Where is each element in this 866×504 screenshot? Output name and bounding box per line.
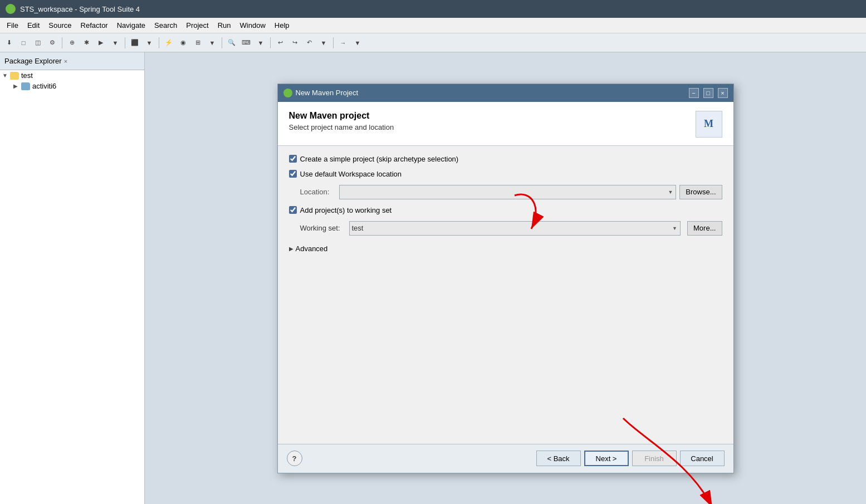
toolbar-btn-4[interactable]: ⚙ bbox=[46, 36, 59, 50]
advanced-row[interactable]: ▶ Advanced bbox=[289, 242, 722, 255]
sidebar: Package Explorer × ▼ test ▶ activiti6 bbox=[0, 52, 145, 504]
next-button[interactable]: Next > bbox=[584, 451, 629, 466]
toolbar-btn-21[interactable]: ▼ bbox=[317, 36, 330, 50]
dialog-header: New Maven project Select project name an… bbox=[278, 102, 733, 146]
dialog-titlebar: New Maven Project − □ × bbox=[278, 84, 733, 102]
toolbar-btn-16[interactable]: ⌨ bbox=[239, 36, 253, 50]
toolbar-btn-20[interactable]: ↶ bbox=[302, 36, 316, 50]
toolbar-btn-19[interactable]: ↪ bbox=[288, 36, 301, 50]
toolbar-sep-2 bbox=[125, 37, 125, 48]
working-set-row: Working set: test More... bbox=[300, 221, 722, 236]
working-set-label[interactable]: Add project(s) to working set bbox=[300, 206, 392, 214]
toolbar-btn-8[interactable]: ▼ bbox=[109, 36, 122, 50]
maven-logo: M bbox=[696, 111, 722, 138]
menu-project[interactable]: Project bbox=[182, 19, 213, 32]
toolbar-btn-5[interactable]: ⊕ bbox=[65, 36, 79, 50]
advanced-arrow-icon: ▶ bbox=[289, 246, 293, 252]
tree-item-test[interactable]: ▼ test bbox=[0, 70, 144, 81]
new-maven-project-dialog: New Maven Project − □ × New Maven projec… bbox=[277, 84, 734, 473]
toolbar-btn-15[interactable]: 🔍 bbox=[225, 36, 238, 50]
location-input[interactable] bbox=[339, 185, 677, 199]
modal-overlay: New Maven Project − □ × New Maven projec… bbox=[145, 52, 866, 504]
menu-navigate[interactable]: Navigate bbox=[112, 19, 150, 32]
toolbar-btn-12[interactable]: ◉ bbox=[177, 36, 190, 50]
dialog-controls: − □ × bbox=[689, 88, 728, 98]
toolbar-btn-13[interactable]: ⊞ bbox=[191, 36, 204, 50]
toolbar-btn-9[interactable]: ⬛ bbox=[128, 36, 141, 50]
tree-arrow-test: ▼ bbox=[2, 72, 10, 79]
tree-label-activiti6: activiti6 bbox=[32, 82, 56, 90]
dialog-content: Create a simple project (skip archetype … bbox=[278, 146, 733, 444]
location-input-wrapper: Browse... bbox=[339, 185, 722, 199]
toolbar-btn-23[interactable]: ▼ bbox=[351, 36, 364, 50]
tree-label-test: test bbox=[21, 71, 33, 80]
more-button[interactable]: More... bbox=[687, 221, 722, 236]
location-label: Location: bbox=[300, 188, 339, 196]
toolbar-sep-5 bbox=[270, 37, 271, 48]
toolbar-btn-14[interactable]: ▼ bbox=[206, 36, 219, 50]
panel-header: Package Explorer × bbox=[0, 52, 144, 70]
main-area: New Maven Project − □ × New Maven projec… bbox=[145, 52, 866, 504]
toolbar: ⬇ □ ◫ ⚙ ⊕ ✱ ▶ ▼ ⬛ ▼ ⚡ ◉ ⊞ ▼ 🔍 ⌨ ▼ ↩ ↪ ↶ … bbox=[0, 33, 866, 52]
help-button[interactable]: ? bbox=[287, 451, 302, 466]
dialog-close-button[interactable]: × bbox=[718, 88, 728, 98]
menu-search[interactable]: Search bbox=[150, 19, 182, 32]
menu-help[interactable]: Help bbox=[270, 19, 294, 32]
location-row: Location: Browse... bbox=[300, 185, 722, 199]
toolbar-btn-22[interactable]: → bbox=[336, 36, 350, 50]
footer-buttons: < Back Next > Finish Cancel bbox=[536, 451, 725, 466]
menu-run[interactable]: Run bbox=[213, 19, 236, 32]
dialog-title-text: New Maven Project bbox=[296, 89, 689, 97]
title-bar: STS_workspace - Spring Tool Suite 4 bbox=[0, 0, 866, 18]
finish-button[interactable]: Finish bbox=[632, 451, 677, 466]
toolbar-btn-18[interactable]: ↩ bbox=[273, 36, 287, 50]
working-set-checkbox[interactable] bbox=[289, 206, 297, 214]
toolbar-btn-1[interactable]: ⬇ bbox=[2, 36, 16, 50]
toolbar-btn-10[interactable]: ▼ bbox=[143, 36, 156, 50]
toolbar-sep-6 bbox=[333, 37, 334, 48]
sts-app-icon bbox=[6, 4, 16, 14]
menu-refactor[interactable]: Refactor bbox=[76, 19, 112, 32]
tree-item-activiti6[interactable]: ▶ activiti6 bbox=[0, 81, 144, 91]
dialog-header-title: New Maven project bbox=[289, 111, 394, 121]
working-set-select-wrapper[interactable]: test bbox=[349, 221, 681, 236]
menu-edit[interactable]: Edit bbox=[23, 19, 44, 32]
menu-window[interactable]: Window bbox=[236, 19, 270, 32]
working-set-prefix-label: Working set: bbox=[300, 224, 346, 232]
toolbar-sep-4 bbox=[222, 37, 222, 48]
working-set-select[interactable]: test bbox=[349, 221, 681, 236]
tree-arrow-activiti6: ▶ bbox=[13, 83, 21, 89]
default-workspace-checkbox[interactable] bbox=[289, 170, 297, 178]
working-set-check-row: Add project(s) to working set bbox=[289, 206, 722, 214]
panel-close-button[interactable]: × bbox=[64, 58, 67, 65]
menu-file[interactable]: File bbox=[2, 19, 23, 32]
menu-bar: File Edit Source Refactor Navigate Searc… bbox=[0, 18, 866, 33]
toolbar-btn-3[interactable]: ◫ bbox=[31, 36, 45, 50]
dialog-title-icon bbox=[283, 89, 292, 97]
toolbar-btn-17[interactable]: ▼ bbox=[254, 36, 267, 50]
menu-source[interactable]: Source bbox=[44, 19, 76, 32]
window-title: STS_workspace - Spring Tool Suite 4 bbox=[20, 5, 140, 13]
toolbar-sep-3 bbox=[159, 37, 159, 48]
dialog-footer: ? < Back Next > Finish Cancel bbox=[278, 444, 733, 473]
toolbar-btn-2[interactable]: □ bbox=[17, 36, 30, 50]
cancel-button[interactable]: Cancel bbox=[680, 451, 725, 466]
simple-project-label[interactable]: Create a simple project (skip archetype … bbox=[300, 155, 459, 163]
dialog-header-text: New Maven project Select project name an… bbox=[289, 111, 394, 131]
toolbar-btn-11[interactable]: ⚡ bbox=[162, 36, 175, 50]
browse-button[interactable]: Browse... bbox=[679, 185, 722, 199]
simple-project-checkbox[interactable] bbox=[289, 155, 297, 163]
location-select-wrapper bbox=[339, 185, 677, 199]
toolbar-sep-1 bbox=[62, 37, 62, 48]
folder-icon-activiti6 bbox=[21, 82, 30, 90]
back-button[interactable]: < Back bbox=[536, 451, 581, 466]
advanced-label[interactable]: Advanced bbox=[296, 244, 328, 253]
folder-icon-test bbox=[10, 72, 19, 80]
dialog-minimize-button[interactable]: − bbox=[689, 88, 699, 98]
dialog-restore-button[interactable]: □ bbox=[703, 88, 713, 98]
toolbar-btn-6[interactable]: ✱ bbox=[80, 36, 93, 50]
default-workspace-row: Use default Workspace location bbox=[289, 170, 722, 178]
default-workspace-label[interactable]: Use default Workspace location bbox=[300, 170, 402, 178]
maven-logo-letter: M bbox=[704, 118, 713, 130]
toolbar-btn-7[interactable]: ▶ bbox=[94, 36, 107, 50]
